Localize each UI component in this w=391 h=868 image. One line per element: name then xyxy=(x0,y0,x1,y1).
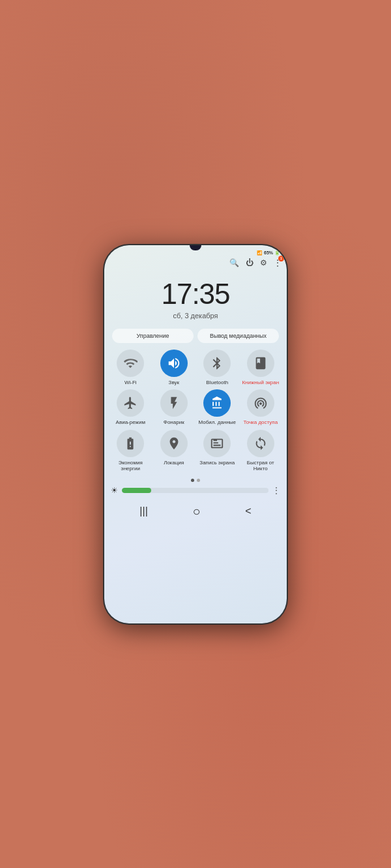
tile-airplane[interactable]: Авиа-режим xyxy=(111,389,151,426)
niko-label: Быстрая от Никто xyxy=(241,460,281,472)
flashlight-icon xyxy=(160,389,188,417)
tiles-grid: Wi-Fi Звук Bluetooth Кн xyxy=(104,347,287,475)
hotspot-icon xyxy=(247,389,274,417)
phone-device: 📶 65% 🔋 🔍 ⏻ ⚙ ⋮ 1 17:35 сб, 3 декабря Уп… xyxy=(104,245,287,623)
battery-saver-icon xyxy=(117,430,144,457)
power-icon[interactable]: ⏻ xyxy=(246,258,253,267)
wifi-icon xyxy=(117,350,144,377)
bluetooth-label: Bluetooth xyxy=(206,380,228,386)
clock-time: 17:35 xyxy=(104,278,287,310)
book-icon xyxy=(247,350,274,377)
screen-record-icon xyxy=(203,430,231,457)
airplane-label: Авиа-режим xyxy=(116,419,145,426)
tab-management[interactable]: Управление xyxy=(112,329,194,343)
brightness-row: ☀ ⋮ xyxy=(104,485,287,499)
notification-badge: 1 xyxy=(278,256,284,262)
book-screen-label: Книжный экран xyxy=(242,380,279,386)
battery-icon: 🔋 xyxy=(274,250,280,256)
clock-section: 17:35 сб, 3 декабря xyxy=(104,270,287,322)
tile-battery-saver[interactable]: Экономия энергии xyxy=(111,430,151,472)
airplane-icon xyxy=(117,389,144,417)
search-icon[interactable]: 🔍 xyxy=(229,258,239,267)
pagination-dots xyxy=(104,475,287,485)
screen-record-label: Запись экрана xyxy=(199,460,235,466)
phone-screen: 📶 65% 🔋 🔍 ⏻ ⚙ ⋮ 1 17:35 сб, 3 декабря Уп… xyxy=(104,245,287,623)
dot-1 xyxy=(191,479,194,482)
tile-mobile-data[interactable]: Мобил. данные xyxy=(197,389,237,426)
clock-date: сб, 3 декабря xyxy=(104,312,287,320)
mobile-data-icon xyxy=(203,389,231,417)
sound-label: Звук xyxy=(169,380,179,386)
sound-icon xyxy=(160,350,188,377)
tile-sound[interactable]: Звук xyxy=(154,350,194,386)
brightness-track[interactable] xyxy=(122,488,268,493)
tile-bluetooth[interactable]: Bluetooth xyxy=(197,350,237,386)
nav-bar: ||| ○ < xyxy=(104,499,287,526)
bluetooth-icon xyxy=(203,350,231,377)
settings-icon[interactable]: ⚙ xyxy=(260,258,267,267)
wifi-label: Wi-Fi xyxy=(124,380,137,386)
tile-location[interactable]: Локация xyxy=(154,430,194,472)
signal-icons: 📶 65% 🔋 xyxy=(257,250,280,256)
signal-icon: 📶 xyxy=(257,250,263,256)
tile-hotspot[interactable]: Точка доступа xyxy=(241,389,281,426)
back-button[interactable]: < xyxy=(245,505,251,517)
recent-apps-button[interactable]: ||| xyxy=(139,505,147,517)
home-button[interactable]: ○ xyxy=(193,504,201,519)
tile-niko[interactable]: Быстрая от Никто xyxy=(241,430,281,472)
more-icon[interactable]: ⋮ 1 xyxy=(274,258,282,267)
brightness-menu-icon[interactable]: ⋮ xyxy=(272,486,280,495)
brightness-icon: ☀ xyxy=(111,486,118,495)
tab-section: Управление Вывод медиаданных xyxy=(104,322,287,347)
niko-icon xyxy=(247,430,274,457)
dot-2 xyxy=(197,479,200,482)
flashlight-label: Фонарик xyxy=(164,419,184,426)
battery-level: 65% xyxy=(264,250,273,255)
tab-media-output[interactable]: Вывод медиаданных xyxy=(197,329,279,343)
location-label: Локация xyxy=(164,460,184,466)
location-icon xyxy=(160,430,188,457)
mobile-data-label: Мобил. данные xyxy=(198,419,236,426)
quick-icons-row: 🔍 ⏻ ⚙ ⋮ 1 xyxy=(104,257,287,270)
tile-flashlight[interactable]: Фонарик xyxy=(154,389,194,426)
tile-screen-record[interactable]: Запись экрана xyxy=(197,430,237,472)
tile-wifi[interactable]: Wi-Fi xyxy=(111,350,151,386)
brightness-fill xyxy=(122,488,151,493)
battery-saver-label: Экономия энергии xyxy=(111,460,151,472)
hotspot-label: Точка доступа xyxy=(243,419,278,426)
tile-book-screen[interactable]: Книжный экран xyxy=(241,350,281,386)
